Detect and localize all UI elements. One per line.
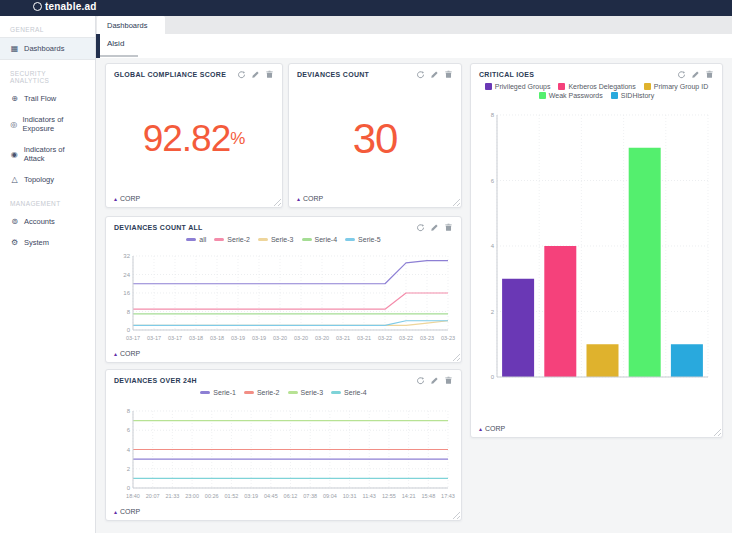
refresh-icon[interactable] — [416, 70, 425, 79]
svg-text:14:21: 14:21 — [402, 493, 416, 499]
card-resize-handle[interactable] — [452, 198, 460, 206]
critical-ioes-chart[interactable]: 02468 — [479, 110, 716, 409]
svg-text:03-17: 03-17 — [126, 335, 140, 341]
edit-icon[interactable] — [430, 376, 439, 385]
legend-item[interactable]: Kerberos Delegations — [558, 83, 635, 90]
sidebar-item-topology[interactable]: △ Topology — [0, 169, 95, 190]
svg-text:24: 24 — [123, 272, 130, 278]
corp-label: CORP — [303, 195, 323, 202]
legend-item[interactable]: Serie-3 — [288, 389, 324, 396]
svg-text:04:45: 04:45 — [264, 493, 278, 499]
legend-item[interactable]: all — [186, 236, 206, 243]
legend-swatch — [485, 83, 492, 90]
card-resize-handle[interactable] — [452, 511, 460, 519]
svg-text:32: 32 — [123, 253, 130, 259]
legend-item[interactable]: Serie-3 — [258, 236, 294, 243]
sidebar-item-indicators-of-exposure[interactable]: ◎ Indicators of Exposure — [0, 109, 95, 139]
corp-footer-toggle[interactable]: ▴ CORP — [114, 350, 140, 357]
svg-text:03-20: 03-20 — [273, 335, 287, 341]
svg-text:15:48: 15:48 — [421, 493, 435, 499]
refresh-icon[interactable] — [416, 376, 425, 385]
legend-swatch — [186, 238, 196, 241]
refresh-icon[interactable] — [237, 70, 246, 79]
legend-swatch — [539, 92, 546, 99]
card-title: GLOBAL COMPLIANCE SCORE — [114, 71, 226, 78]
corp-triangle-icon: ▴ — [114, 351, 117, 357]
delete-icon[interactable] — [444, 223, 453, 232]
svg-text:03-23: 03-23 — [420, 335, 434, 341]
legend-label: Serie-3 — [301, 389, 324, 396]
legend-label: all — [199, 236, 206, 243]
tab-alsid-underline — [100, 55, 138, 57]
card-deviances-count: DEVIANCES COUNT 30 ▴ CORP — [288, 63, 462, 208]
corp-label: CORP — [485, 425, 505, 432]
corp-label: CORP — [120, 195, 140, 202]
card-critical-ioes: CRITICAL IOES Privileged GroupsKerberos … — [470, 63, 723, 438]
card-title: DEVIANCES COUNT — [297, 71, 369, 78]
svg-text:03-23: 03-23 — [441, 335, 455, 341]
sidebar-item-label: Indicators of Exposure — [23, 115, 85, 133]
corp-triangle-icon: ▴ — [479, 426, 482, 432]
subtab-strip: Alsid — [96, 34, 732, 58]
svg-text:03-21: 03-21 — [336, 335, 350, 341]
delete-icon[interactable] — [265, 70, 274, 79]
svg-text:03-20: 03-20 — [315, 335, 329, 341]
corp-footer-toggle[interactable]: ▴ CORP — [114, 508, 140, 515]
app-window: tenable.ad GENERAL ▦ Dashboards SECURITY… — [0, 0, 732, 533]
corp-triangle-icon: ▴ — [114, 509, 117, 515]
svg-text:06:12: 06:12 — [284, 493, 298, 499]
sidebar-item-dashboards[interactable]: ▦ Dashboards — [0, 37, 95, 60]
svg-text:03-19: 03-19 — [231, 335, 245, 341]
legend-swatch — [345, 238, 355, 241]
refresh-icon[interactable] — [416, 223, 425, 232]
edit-icon[interactable] — [430, 70, 439, 79]
delete-icon[interactable] — [444, 70, 453, 79]
legend-item[interactable]: Serie-4 — [331, 389, 367, 396]
legend-item[interactable]: Privileged Groups — [485, 83, 551, 90]
tenable-logo[interactable]: tenable.ad — [33, 1, 96, 12]
legend-item[interactable]: Primary Group ID — [644, 83, 708, 90]
legend-swatch — [200, 391, 210, 394]
delete-icon[interactable] — [705, 70, 714, 79]
legend-item[interactable]: Serie-4 — [302, 236, 338, 243]
compliance-score-value: 92.82 — [143, 118, 231, 160]
delete-icon[interactable] — [444, 376, 453, 385]
deviances-over-24h-chart[interactable]: 0246818:4020:0721:3323:0000:2601:5203:19… — [113, 406, 456, 505]
svg-text:8: 8 — [127, 309, 131, 315]
edit-icon[interactable] — [691, 70, 700, 79]
sidebar-item-label: Topology — [24, 175, 54, 184]
card-actions — [677, 70, 714, 79]
sidebar-item-accounts[interactable]: ⊚ Accounts — [0, 211, 95, 232]
svg-text:2: 2 — [491, 309, 495, 315]
deviances-count-all-chart[interactable]: 0816243203-1703-1703-1703-1803-1803-1903… — [113, 251, 456, 347]
legend-item[interactable]: Serie-5 — [345, 236, 381, 243]
legend-item[interactable]: Serie-2 — [244, 389, 280, 396]
card-title: CRITICAL IOES — [479, 71, 534, 78]
tenable-logo-icon — [33, 2, 42, 11]
edit-icon[interactable] — [430, 223, 439, 232]
svg-text:03-18: 03-18 — [210, 335, 224, 341]
tab-alsid[interactable]: Alsid — [107, 39, 124, 48]
card-resize-handle[interactable] — [452, 353, 460, 361]
sidebar-item-indicators-of-attack[interactable]: ◉ Indicators of Attack — [0, 139, 95, 169]
sidebar-item-system[interactable]: ⚙ System — [0, 232, 95, 253]
legend-item[interactable]: Weak Passwords — [539, 92, 603, 99]
legend-item[interactable]: Serie-2 — [214, 236, 250, 243]
sidebar-section-general: GENERAL — [0, 16, 95, 37]
card-resize-handle[interactable] — [713, 428, 721, 436]
tab-dashboards[interactable]: Dashboards — [97, 16, 165, 34]
corp-footer-toggle[interactable]: ▴ CORP — [297, 195, 323, 202]
corp-label: CORP — [120, 508, 140, 515]
card-actions — [416, 223, 453, 232]
corp-footer-toggle[interactable]: ▴ CORP — [479, 425, 505, 432]
svg-text:20:07: 20:07 — [146, 493, 160, 499]
refresh-icon[interactable] — [677, 70, 686, 79]
legend-swatch — [288, 391, 298, 394]
corp-footer-toggle[interactable]: ▴ CORP — [114, 195, 140, 202]
legend-label: Serie-1 — [213, 389, 236, 396]
legend-item[interactable]: SIDHistory — [611, 92, 654, 99]
edit-icon[interactable] — [251, 70, 260, 79]
card-resize-handle[interactable] — [273, 198, 281, 206]
legend-item[interactable]: Serie-1 — [200, 389, 236, 396]
sidebar-item-trail-flow[interactable]: ⊕ Trail Flow — [0, 88, 95, 109]
